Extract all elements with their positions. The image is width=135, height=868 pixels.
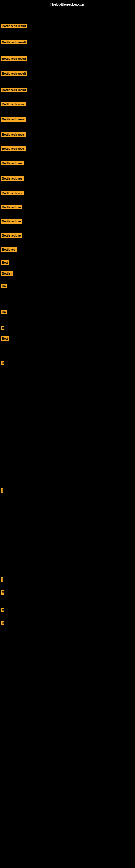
bottleneck-label: Bott <box>1 336 9 341</box>
bottleneck-label: Bottleneck resu <box>1 147 26 151</box>
bottleneck-label: Bottleneck result <box>1 40 27 44</box>
bottleneck-label: Bottleneck result <box>1 24 27 28</box>
bottleneck-label: B <box>1 608 4 612</box>
bottleneck-label: Bottleneck res <box>1 161 24 165</box>
bottleneck-label: Bo <box>1 310 7 314</box>
bottleneck-label: | <box>1 577 3 582</box>
bottleneck-label: Bottleneck res <box>1 191 24 195</box>
bottleneck-label: Bottleneck resu <box>1 117 26 122</box>
bottleneck-label: B <box>1 621 4 625</box>
bottleneck-label: Bottleneck re <box>1 219 22 223</box>
bottleneck-label: Bottlen <box>1 271 13 276</box>
bottleneck-label: Bo <box>1 284 7 288</box>
bottleneck-label: B <box>1 590 4 595</box>
bottleneck-label: Bottleneck result <box>1 56 27 61</box>
bottleneck-label: Bottlenec <box>1 247 17 252</box>
bottleneck-label: | <box>1 488 3 493</box>
bottleneck-label: Bott <box>1 260 9 265</box>
site-title: TheBottlenecker.com <box>0 0 135 9</box>
bottleneck-label: Bottleneck resu <box>1 102 26 106</box>
bottleneck-label: Bottleneck resu <box>1 132 26 137</box>
bottleneck-label: Bottleneck re <box>1 233 22 238</box>
bottleneck-label: B <box>1 361 4 365</box>
bottleneck-label: Bottleneck res <box>1 176 24 181</box>
bottleneck-label: Bottleneck result <box>1 88 27 92</box>
bottleneck-label: Bottleneck result <box>1 71 27 76</box>
bottleneck-label: B <box>1 326 4 330</box>
bottleneck-label: Bottleneck re <box>1 205 22 209</box>
